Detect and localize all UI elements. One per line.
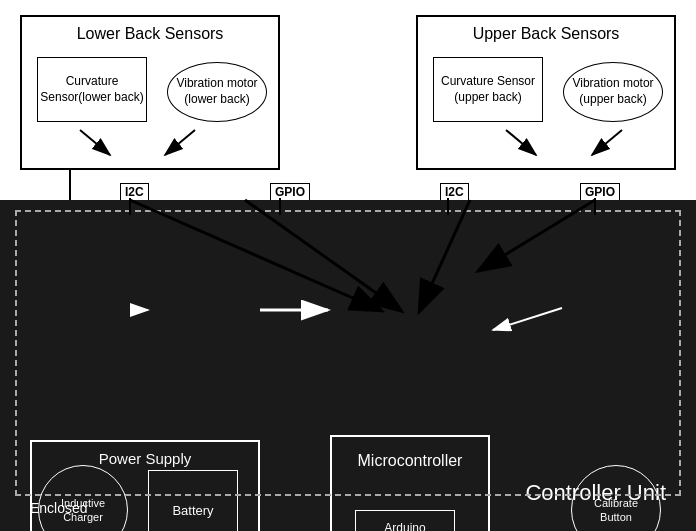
top-section: Lower Back Sensors Curvature Sensor(lowe… xyxy=(0,0,696,200)
upper-back-sensors-box: Upper Back Sensors Curvature Sensor (upp… xyxy=(416,15,676,170)
upper-curvature-sensor: Curvature Sensor (upper back) xyxy=(433,57,543,122)
bottom-section: Power Supply Inductive Charger Battery M… xyxy=(0,200,696,531)
lower-back-sensors-box: Lower Back Sensors Curvature Sensor(lowe… xyxy=(20,15,280,170)
lower-back-sensors-title: Lower Back Sensors xyxy=(77,25,224,43)
enclosed-label: Enclosed xyxy=(30,500,88,516)
lower-vibration-motor: Vibration motor (lower back) xyxy=(167,62,267,122)
gpio-right-label: GPIO xyxy=(580,183,620,201)
enclosed-dashed-box xyxy=(15,210,681,496)
gpio-left-label: GPIO xyxy=(270,183,310,201)
arduino-box: Arduino xyxy=(355,510,455,531)
lower-curvature-sensor: Curvature Sensor(lower back) xyxy=(37,57,147,122)
upper-vibration-motor: Vibration motor (upper back) xyxy=(563,62,663,122)
diagram-container: Lower Back Sensors Curvature Sensor(lowe… xyxy=(0,0,696,531)
i2c-right-label: I2C xyxy=(440,183,469,201)
i2c-left-label: I2C xyxy=(120,183,149,201)
upper-back-sensors-title: Upper Back Sensors xyxy=(473,25,620,43)
